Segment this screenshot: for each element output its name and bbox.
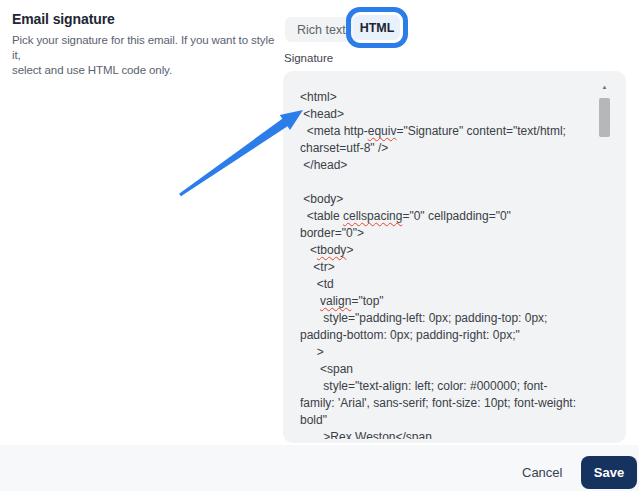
misspelled-word: tbody [317,243,346,257]
code-line: <html> [300,89,621,106]
signature-textarea-container: <html> <head> <meta http-equiv="Signatur… [283,71,626,443]
code-line: <span [300,361,621,378]
code-line: <head> [300,106,621,123]
code-line: bold" [300,412,621,429]
page-description: Pick your signature for this email. If y… [12,33,280,78]
email-signature-settings-panel: Email signature Pick your signature for … [0,0,639,491]
code-line: <table cellspacing="0" cellpadding="0" [300,208,621,225]
left-panel: Email signature Pick your signature for … [12,11,280,78]
save-button[interactable]: Save [581,456,637,489]
code-line: > [300,344,621,361]
misspelled-word: cellspacing [343,209,402,223]
code-line: <tbody> [300,242,621,259]
code-line: style="padding-left: 0px; padding-top: 0… [300,310,621,327]
scrollbar-thumb[interactable] [599,98,610,137]
code-line: charset=utf-8" /> [300,140,621,157]
code-line [300,174,621,191]
html-highlight-annotation: HTML [346,7,408,48]
code-line: valign="top" [300,293,621,310]
code-line: <tr> [300,259,621,276]
code-line: family: 'Arial', sans-serif; font-size: … [300,395,621,412]
page-title: Email signature [12,11,280,27]
cancel-button[interactable]: Cancel [516,463,568,482]
code-line: >Rex Weston</span [300,429,621,439]
code-line: </head> [300,157,621,174]
code-line: border="0"> [300,225,621,242]
misspelled-word: equiv [368,124,397,138]
code-line: <body> [300,191,621,208]
code-line: style="text-align: left; color: #000000;… [300,378,621,395]
code-line: padding-bottom: 0px; padding-right: 0px;… [300,327,621,344]
code-line: <td [300,276,621,293]
signature-textarea[interactable]: <html> <head> <meta http-equiv="Signatur… [300,89,621,439]
signature-field-label: Signature [284,52,333,64]
misspelled-word: valign [320,294,351,308]
tab-html[interactable]: HTML [354,15,400,40]
code-line: <meta http-equiv="Signature" content="te… [300,123,621,140]
scroll-up-icon[interactable]: ▲ [599,83,610,91]
